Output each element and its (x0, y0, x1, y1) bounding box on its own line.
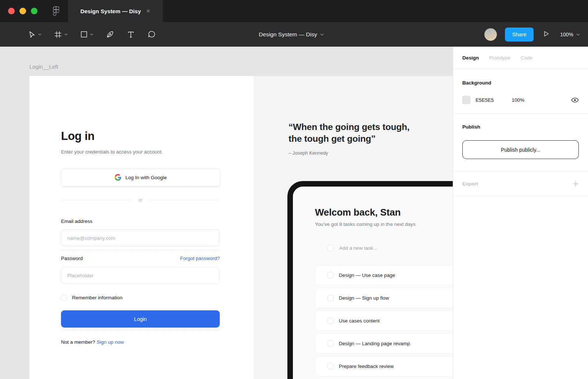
remember-label: Remember information (72, 295, 122, 300)
background-color-row: E5E5E5 100% (462, 96, 579, 104)
add-task-input[interactable] (338, 245, 453, 251)
quote-frame[interactable]: “When the going gets tough, the tough ge… (254, 76, 453, 379)
chevron-down-icon (576, 33, 580, 36)
present-button[interactable] (542, 30, 550, 39)
tab-code[interactable]: Code (521, 55, 533, 61)
task-label: Design — Use case page (339, 272, 395, 278)
document-tab[interactable]: Design System — Disy ✕ (68, 0, 163, 22)
chevron-down-icon[interactable] (64, 33, 68, 36)
zoom-menu[interactable]: 100% (560, 32, 580, 37)
or-divider-label: or (138, 197, 143, 203)
document-title-menu[interactable]: Design System — Disy (259, 22, 324, 47)
rectangle-icon (80, 30, 88, 38)
task-label: Use cases content (339, 318, 380, 324)
task-checkbox[interactable] (327, 340, 334, 347)
task-checkbox[interactable] (327, 272, 334, 278)
move-tool[interactable] (28, 30, 42, 39)
frame-icon (54, 30, 62, 39)
shape-tool[interactable] (80, 30, 93, 38)
export-section-title: Export (462, 181, 478, 187)
task-checkbox[interactable] (327, 318, 334, 324)
quote-text: “When the going gets tough, the tough ge… (288, 121, 424, 144)
text-tool[interactable] (127, 30, 135, 39)
login-submit-button[interactable]: Login (61, 310, 220, 328)
task-item[interactable]: Design — Use case page (315, 265, 453, 285)
password-field[interactable] (61, 267, 220, 284)
task-item[interactable]: Design — Landing page revamp (315, 333, 453, 354)
task-item[interactable]: Use cases content (315, 311, 453, 331)
publish-publicly-button[interactable]: Publish publicly... (462, 140, 579, 159)
frame-tool[interactable] (54, 30, 68, 39)
task-item[interactable]: Prepare feedback review (315, 356, 453, 376)
chevron-down-icon[interactable] (90, 33, 93, 36)
share-button[interactable]: Share (505, 28, 534, 41)
task-checkbox[interactable] (327, 295, 334, 301)
publish-section-title: Publish (462, 124, 579, 130)
pen-icon (106, 30, 114, 39)
task-label: Design — Landing page revamp (339, 341, 410, 346)
google-login-button[interactable]: Log In with Google (61, 168, 220, 187)
login-heading: Log in (61, 130, 220, 143)
tablet-mockup: Welcom back, Stan You’ve got 8 tasks com… (287, 181, 453, 379)
task-label: Design — Sign up flow (339, 295, 389, 301)
main-menu-icon[interactable] (8, 32, 15, 37)
eye-icon (571, 97, 579, 103)
add-export-button[interactable] (573, 181, 579, 187)
visibility-toggle[interactable] (571, 97, 579, 103)
dashed-guide-line (61, 187, 220, 187)
add-task-checkbox[interactable] (327, 245, 333, 251)
color-swatch[interactable] (462, 96, 470, 104)
email-field[interactable] (61, 230, 220, 246)
zoom-level: 100% (560, 32, 573, 37)
chevron-down-icon[interactable] (38, 33, 42, 36)
toolbar-tools (0, 22, 156, 47)
tab-close-icon[interactable]: ✕ (146, 8, 150, 14)
publish-section: Publish Publish publicly... (453, 114, 588, 171)
dashed-guide-line (61, 330, 220, 330)
add-task-row (315, 240, 453, 256)
task-checkbox[interactable] (327, 363, 334, 369)
tab-title: Design System — Disy (80, 8, 141, 14)
toolbar: Design System — Disy Share 100% (0, 22, 588, 47)
tasks-subheading: You’ve got 8 tasks coming up in the next… (315, 221, 415, 227)
google-icon (115, 174, 121, 181)
comment-tool[interactable] (147, 30, 156, 39)
pen-tool[interactable] (106, 30, 114, 39)
window-minimize-button[interactable] (19, 8, 26, 14)
cursor-icon (28, 30, 36, 39)
window-close-button[interactable] (8, 8, 15, 14)
play-icon (542, 30, 550, 37)
google-button-label: Log In with Google (125, 175, 167, 180)
task-item[interactable]: Design — Sign up flow (315, 288, 453, 308)
export-section: Export (453, 171, 588, 196)
quote-author: – Joseph Kennedy (288, 150, 328, 156)
remember-checkbox[interactable] (61, 295, 67, 301)
background-section-title: Background (462, 80, 579, 86)
titlebar: Design System — Disy ✕ (0, 0, 588, 22)
email-label: Email address (61, 219, 220, 224)
chevron-down-icon (320, 33, 324, 36)
or-divider: or (61, 197, 220, 203)
window-zoom-button[interactable] (31, 8, 37, 14)
frame-label[interactable]: Login__Left (29, 64, 58, 70)
canvas[interactable]: Login__Left Log in Enter your credential… (0, 47, 453, 379)
password-row: Password Forgot password? (61, 256, 220, 261)
tasks-app-screen: Welcom back, Stan You’ve got 8 tasks com… (293, 187, 453, 379)
tab-prototype[interactable]: Prototype (489, 55, 510, 61)
text-icon (127, 30, 135, 39)
toolbar-right: Share 100% (484, 22, 588, 47)
tab-design[interactable]: Design (462, 55, 479, 61)
dashed-guide-line (61, 250, 220, 250)
document-title: Design System — Disy (259, 31, 317, 38)
forgot-password-link[interactable]: Forgot password? (180, 256, 220, 261)
signup-text: Not a member? (61, 339, 95, 345)
color-hex-value[interactable]: E5E5E5 (476, 97, 494, 103)
user-avatar[interactable] (484, 28, 497, 41)
color-opacity-value[interactable]: 100% (512, 97, 525, 103)
login-frame[interactable]: Log in Enter your credentials to access … (29, 76, 254, 379)
tasks-heading: Welcom back, Stan (315, 207, 401, 218)
task-label: Prepare feedback review (339, 364, 394, 369)
login-subheading: Enter your credentials to access your ac… (61, 149, 220, 155)
signup-link[interactable]: Sign up now (97, 339, 124, 345)
plus-icon (573, 181, 579, 187)
